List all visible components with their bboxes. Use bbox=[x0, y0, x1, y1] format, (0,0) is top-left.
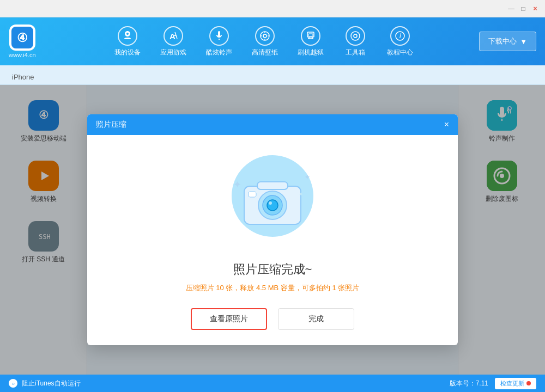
nav-items: 我的设备 A 应用游戏 酷炫铃声 高清壁纸 刷机越 bbox=[49, 23, 480, 60]
nav-item-tutorial[interactable]: i 教程中心 bbox=[379, 23, 421, 60]
nav-icon-ringtones bbox=[209, 26, 229, 46]
dialog-buttons: 查看原照片 完成 bbox=[191, 308, 354, 330]
nav-item-wallpaper[interactable]: 高清壁纸 bbox=[244, 23, 286, 60]
tab-bar: iPhone bbox=[0, 65, 545, 85]
nav-item-ringtones[interactable]: 酷炫铃声 bbox=[198, 23, 240, 60]
itunes-label: 阻止iTunes自动运行 bbox=[22, 379, 81, 388]
nav-icon-jailbreak bbox=[301, 26, 320, 46]
logo-url: www.i4.cn bbox=[9, 52, 36, 58]
svg-point-35 bbox=[267, 200, 278, 211]
dialog-body: ✦ ✦ ✦ 照片压缩完成~ 压缩照片 10 张，释放 4.5 MB 容量，可多拍… bbox=[87, 135, 458, 345]
nav-icon-my-device bbox=[118, 26, 137, 46]
nav-icon-app-games: A bbox=[164, 26, 183, 46]
update-notification-dot bbox=[526, 381, 531, 385]
svg-rect-10 bbox=[308, 34, 313, 36]
view-photos-button[interactable]: 查看原照片 bbox=[191, 308, 267, 330]
svg-rect-37 bbox=[249, 192, 256, 197]
nav-item-my-device[interactable]: 我的设备 bbox=[107, 23, 148, 60]
dialog-close-button[interactable]: × bbox=[444, 120, 449, 129]
nav-icon-toolbox bbox=[346, 26, 365, 46]
svg-text:✦: ✦ bbox=[233, 179, 241, 190]
svg-point-36 bbox=[269, 201, 272, 205]
title-bar: — □ × bbox=[0, 0, 545, 17]
svg-text:i: i bbox=[399, 32, 402, 40]
nav-icon-tutorial: i bbox=[390, 26, 410, 46]
nav-label-my-device: 我的设备 bbox=[114, 48, 141, 57]
nav-label-wallpaper: 高清壁纸 bbox=[252, 48, 278, 57]
logo-area: ④ www.i4.cn bbox=[9, 24, 36, 58]
status-right: 版本号：7.11 检查更新 bbox=[450, 378, 536, 389]
iphone-tab[interactable]: iPhone bbox=[7, 70, 39, 84]
close-button[interactable]: × bbox=[530, 3, 541, 14]
svg-rect-32 bbox=[257, 182, 288, 189]
svg-text:④: ④ bbox=[17, 31, 28, 45]
svg-point-11 bbox=[351, 32, 360, 40]
nav-label-tutorial: 教程中心 bbox=[387, 48, 413, 57]
svg-text:✦: ✦ bbox=[304, 173, 311, 181]
dialog-title: 照片压缩 bbox=[96, 120, 126, 130]
nav-label-app-games: 应用游戏 bbox=[160, 48, 186, 57]
svg-point-12 bbox=[354, 34, 357, 38]
dialog-header: 照片压缩 × bbox=[87, 114, 458, 135]
svg-text:✦: ✦ bbox=[299, 191, 303, 197]
version-label: 版本号：7.11 bbox=[450, 379, 488, 388]
nav-label-ringtones: 酷炫铃声 bbox=[206, 48, 232, 57]
modal-overlay: 照片压缩 × bbox=[0, 85, 545, 375]
camera-illustration: ✦ ✦ ✦ bbox=[218, 152, 327, 250]
logo-icon: ④ bbox=[9, 24, 35, 51]
nav-item-jailbreak[interactable]: 刷机越狱 bbox=[290, 23, 331, 60]
itunes-icon: ○ bbox=[9, 379, 17, 388]
nav-label-toolbox: 工具箱 bbox=[346, 48, 365, 57]
check-update-button[interactable]: 检查更新 bbox=[495, 378, 536, 389]
nav-item-toolbox[interactable]: 工具箱 bbox=[336, 23, 375, 60]
nav-icon-wallpaper bbox=[255, 26, 275, 46]
svg-text:A: A bbox=[169, 32, 175, 41]
minimize-button[interactable]: — bbox=[506, 3, 517, 14]
main-content: ④ 安装爱思移动端 视频转换 SSH 打开 SSH 通道 + 铃声制作 bbox=[0, 85, 545, 375]
maximize-button[interactable]: □ bbox=[518, 3, 529, 14]
done-button[interactable]: 完成 bbox=[278, 308, 354, 330]
status-left: ○ 阻止iTunes自动运行 bbox=[9, 379, 81, 388]
svg-point-4 bbox=[263, 34, 267, 38]
dialog-result-subtitle: 压缩照片 10 张，释放 4.5 MB 容量，可多拍约 1 张照片 bbox=[186, 283, 360, 293]
download-button[interactable]: 下载中心 ▼ bbox=[479, 32, 536, 51]
status-bar: ○ 阻止iTunes自动运行 版本号：7.11 检查更新 bbox=[0, 375, 545, 392]
dialog: 照片压缩 × bbox=[87, 114, 458, 345]
nav-item-app-games[interactable]: A 应用游戏 bbox=[153, 23, 194, 60]
dialog-result-title: 照片压缩完成~ bbox=[233, 261, 312, 278]
nav-label-jailbreak: 刷机越狱 bbox=[298, 48, 324, 57]
top-nav: ④ www.i4.cn 我的设备 A 应用游戏 酷炫铃声 bbox=[0, 17, 545, 65]
